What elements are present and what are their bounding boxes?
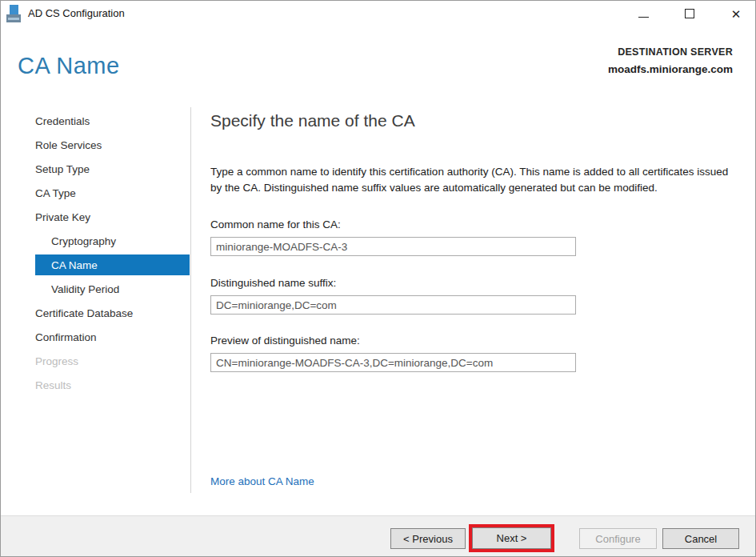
close-button[interactable]: ✕ xyxy=(718,1,754,26)
configure-button: Configure xyxy=(579,528,657,549)
wizard-header: CA Name DESTINATION SERVER moadfs.minior… xyxy=(1,26,755,97)
common-name-field-group: Common name for this CA: xyxy=(210,218,576,256)
dn-suffix-label: Distinguished name suffix: xyxy=(210,277,576,289)
maximize-icon xyxy=(685,9,694,18)
sidebar-item-credentials[interactable]: Credentials xyxy=(35,109,190,133)
content-heading: Specify the name of the CA xyxy=(210,111,738,130)
sidebar-item-validity-period[interactable]: Validity Period xyxy=(35,277,190,301)
maximize-button[interactable] xyxy=(671,1,708,26)
dn-preview-field-group: Preview of distinguished name: xyxy=(210,335,576,372)
more-about-ca-name-link[interactable]: More about CA Name xyxy=(210,475,314,487)
next-button[interactable]: Next > xyxy=(472,527,551,549)
close-icon: ✕ xyxy=(731,8,742,20)
wizard-footer: < Previous Next > Configure Cancel xyxy=(1,515,755,557)
common-name-label: Common name for this CA: xyxy=(210,218,576,230)
previous-button[interactable]: < Previous xyxy=(390,528,466,549)
ad-cs-configuration-window: { "window": { "title": "AD CS Configurat… xyxy=(0,0,756,557)
sidebar-item-confirmation[interactable]: Confirmation xyxy=(35,325,190,349)
sidebar-item-certificate-database[interactable]: Certificate Database xyxy=(35,301,190,325)
app-icon-stripe xyxy=(8,18,19,20)
sidebar-item-results: Results xyxy=(35,373,190,397)
sidebar-item-cryptography[interactable]: Cryptography xyxy=(35,229,190,253)
content-description: Type a common name to identify this cert… xyxy=(210,164,737,196)
minimize-icon xyxy=(638,17,649,18)
next-button-highlight-annotation: Next > xyxy=(469,524,554,552)
destination-server-label: DESTINATION SERVER xyxy=(608,46,733,58)
sidebar-item-private-key[interactable]: Private Key xyxy=(35,205,190,229)
sidebar-item-ca-type[interactable]: CA Type xyxy=(35,181,190,205)
minimize-button[interactable] xyxy=(625,1,662,26)
destination-server-value: moadfs.miniorange.com xyxy=(608,63,733,75)
dn-preview-label: Preview of distinguished name: xyxy=(210,335,576,347)
sidebar-item-setup-type[interactable]: Setup Type xyxy=(35,157,190,181)
cancel-button[interactable]: Cancel xyxy=(662,528,739,549)
sidebar-item-progress: Progress xyxy=(35,349,190,373)
common-name-input[interactable] xyxy=(210,237,576,256)
page-title: CA Name xyxy=(18,53,120,79)
dn-preview-input[interactable] xyxy=(210,353,576,372)
app-icon xyxy=(6,4,26,23)
sidebar-item-role-services[interactable]: Role Services xyxy=(35,133,190,157)
main-content: Specify the name of the CA Type a common… xyxy=(210,97,738,196)
title-bar: AD CS Configuration ✕ xyxy=(1,1,755,26)
window-title: AD CS Configuration xyxy=(28,7,125,19)
sidebar-divider xyxy=(190,107,191,493)
dn-suffix-input[interactable] xyxy=(210,295,576,315)
wizard-steps-sidebar: Credentials Role Services Setup Type CA … xyxy=(35,109,190,397)
sidebar-item-ca-name[interactable]: CA Name xyxy=(35,254,190,275)
destination-server-block: DESTINATION SERVER moadfs.miniorange.com xyxy=(608,46,733,75)
dn-suffix-field-group: Distinguished name suffix: xyxy=(210,277,576,315)
